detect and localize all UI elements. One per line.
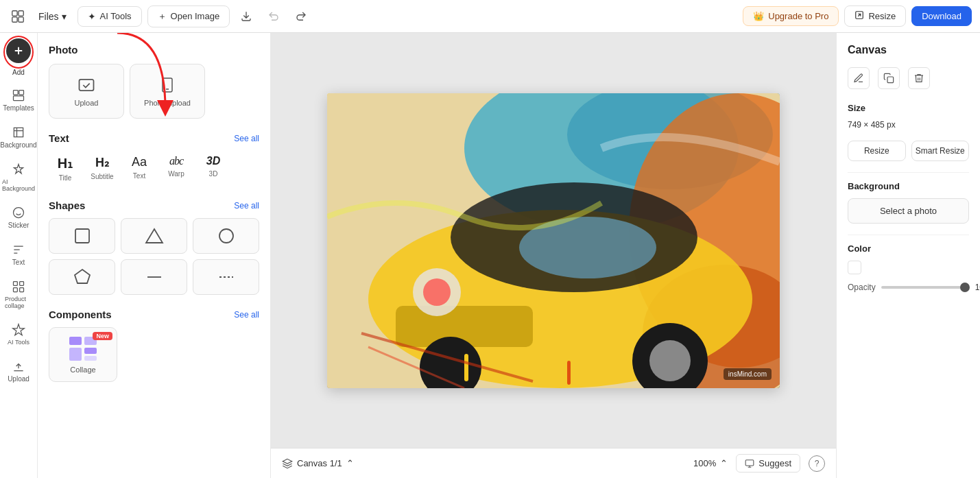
canvas-watermark: insMind.com <box>724 368 772 380</box>
svg-point-36 <box>423 278 451 306</box>
text-warp-item[interactable]: abc Warp <box>160 151 193 186</box>
sidebar-item-upload[interactable]: Upload <box>2 354 35 388</box>
phone-upload-card[interactable]: Phone upload <box>130 64 205 119</box>
text-3d-item[interactable]: 3D 3D <box>197 151 230 186</box>
subtitle-symbol: H₂ <box>95 155 109 170</box>
text-subtitle-item[interactable]: H₂ Subtitle <box>86 151 119 186</box>
canvas-copy-icon[interactable] <box>878 67 900 89</box>
resize-icon <box>854 10 864 22</box>
canvas-artwork <box>327 93 780 388</box>
svg-rect-12 <box>20 288 24 292</box>
help-button[interactable]: ? <box>809 455 825 472</box>
suggest-button[interactable]: Suggest <box>736 454 800 473</box>
title-label: Title <box>59 174 72 182</box>
text-options: H₁ Title H₂ Subtitle Aa Text abc Warp 3D… <box>49 151 259 186</box>
background-section: Background Select a photo <box>848 181 969 224</box>
add-button-highlight <box>3 36 34 69</box>
open-image-button[interactable]: ＋ Open Image <box>147 5 230 27</box>
text-text-item[interactable]: Aa Text <box>123 151 156 186</box>
sidebar-item-label: Text <box>12 259 25 266</box>
smart-resize-button[interactable]: Smart Resize <box>911 141 970 161</box>
svg-rect-11 <box>14 288 18 292</box>
resize-button[interactable]: Resize <box>848 141 906 161</box>
svg-marker-18 <box>75 270 90 283</box>
shape-triangle[interactable] <box>121 218 187 254</box>
svg-rect-13 <box>80 80 94 91</box>
canvas-action-icons <box>848 67 969 89</box>
sidebar-item-ai-background[interactable]: AI Background <box>2 157 35 198</box>
zoom-control[interactable]: 100% ⌃ <box>693 458 728 468</box>
canvas-bottom-bar: Canvas 1/1 ⌃ 100% ⌃ Suggest ? <box>271 448 836 478</box>
cloud-save-icon[interactable] <box>235 5 257 27</box>
shape-dashed-line[interactable] <box>193 259 259 295</box>
canvas-delete-icon[interactable] <box>908 67 930 89</box>
download-button[interactable]: Download <box>911 6 972 26</box>
divider-1 <box>848 172 969 173</box>
svg-rect-44 <box>745 459 754 465</box>
shapes-grid <box>49 218 259 295</box>
canvas-content[interactable]: insMind.com <box>271 33 836 448</box>
divider-2 <box>848 235 969 235</box>
upload-label: Upload <box>75 99 99 107</box>
files-label: Files <box>38 11 59 22</box>
sidebar-item-templates[interactable]: Templates <box>2 83 35 117</box>
shape-square[interactable] <box>49 218 115 254</box>
canvas-style-icon[interactable] <box>848 67 870 89</box>
warp-symbol: abc <box>169 155 183 167</box>
opacity-value: 100 <box>975 283 980 292</box>
color-row <box>848 261 969 274</box>
3d-symbol: 3D <box>206 155 220 167</box>
right-panel-title: Canvas <box>848 44 969 56</box>
add-label: Add <box>12 69 25 76</box>
svg-point-8 <box>14 208 24 218</box>
color-swatch[interactable] <box>848 261 861 274</box>
text-section-title: Text <box>49 132 69 144</box>
files-menu[interactable]: Files ▾ <box>33 8 72 25</box>
sidebar-item-background[interactable]: Background <box>2 120 35 154</box>
app-logo <box>8 7 27 26</box>
shapes-section-title: Shapes <box>49 200 85 211</box>
sidebar-item-sticker[interactable]: Sticker <box>2 200 35 235</box>
zoom-chevron-icon: ⌃ <box>720 458 728 468</box>
undo-icon[interactable] <box>263 5 285 27</box>
sidebar-item-product-collage[interactable]: Product collage <box>2 274 35 315</box>
size-title: Size <box>848 103 969 113</box>
ai-tools-label: AI Tools <box>100 11 132 21</box>
shape-circle[interactable] <box>193 218 259 254</box>
main-area: Add Templates Background AI Background S… <box>0 33 980 478</box>
shapes-see-all[interactable]: See all <box>234 201 259 211</box>
svg-rect-6 <box>19 91 24 95</box>
canvas-layer-button[interactable]: Canvas 1/1 ⌃ <box>282 458 354 469</box>
sidebar-item-text[interactable]: Text <box>2 237 35 272</box>
upload-card[interactable]: Upload <box>49 64 124 119</box>
upgrade-button[interactable]: 👑 Upgrade to Pro <box>743 6 839 26</box>
canvas-layer-chevron-icon: ⌃ <box>346 458 354 468</box>
sidebar-item-ai-tools[interactable]: AI Tools <box>2 318 35 351</box>
select-photo-button[interactable]: Select a photo <box>848 198 969 224</box>
shape-line[interactable] <box>121 259 187 295</box>
resize-button[interactable]: Resize <box>844 5 906 27</box>
components-see-all[interactable]: See all <box>234 310 259 320</box>
redo-icon[interactable] <box>290 5 312 27</box>
topbar: Files ▾ ✦ AI Tools ＋ Open Image 👑 Upgrad… <box>0 0 980 33</box>
photo-options: Upload Phone upload <box>49 64 259 119</box>
opacity-row: Opacity 100 <box>848 283 969 292</box>
text-see-all[interactable]: See all <box>234 134 259 143</box>
text-symbol: Aa <box>132 155 147 169</box>
text-label: Text <box>133 172 145 180</box>
components-section-title: Components <box>49 309 112 320</box>
size-section: Size 749 × 485 px Resize Smart Resize <box>848 103 969 161</box>
left-nav: Add Templates Background AI Background S… <box>0 33 38 478</box>
collage-card[interactable]: New Collage <box>49 327 117 382</box>
canvas-image[interactable]: insMind.com <box>327 93 780 388</box>
ai-tools-button[interactable]: ✦ AI Tools <box>77 6 142 27</box>
upgrade-label: Upgrade to Pro <box>768 11 828 21</box>
svg-rect-40 <box>464 354 468 381</box>
crown-icon: 👑 <box>753 11 764 21</box>
color-section: Color Opacity 100 <box>848 243 969 292</box>
shape-pentagon[interactable] <box>49 259 115 295</box>
opacity-slider[interactable] <box>881 286 970 289</box>
text-title-item[interactable]: H₁ Title <box>49 151 82 186</box>
resize-label: Resize <box>868 11 896 21</box>
svg-rect-10 <box>20 282 24 286</box>
